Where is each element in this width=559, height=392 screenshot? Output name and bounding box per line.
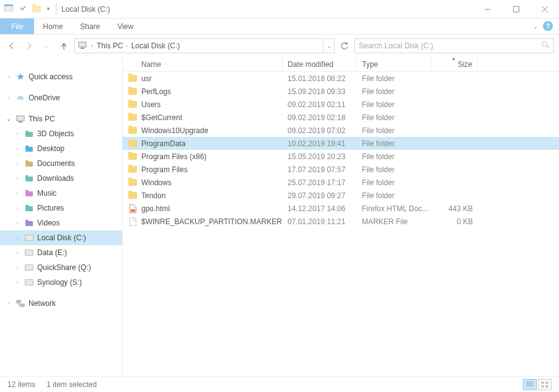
nav-forward-button[interactable] xyxy=(22,39,36,53)
file-size: 443 KB xyxy=(431,204,478,213)
folder-icon xyxy=(128,191,138,201)
tree-item[interactable]: ›Downloads xyxy=(0,171,122,186)
file-row[interactable]: ProgramData10.02.2019 19:41File folder xyxy=(123,137,559,150)
minimize-button[interactable] xyxy=(473,0,502,19)
help-button[interactable]: ? xyxy=(543,21,553,31)
svg-rect-16 xyxy=(25,162,33,167)
svg-rect-12 xyxy=(25,132,33,137)
svg-rect-14 xyxy=(25,147,33,152)
col-header-type[interactable]: Type xyxy=(357,57,431,71)
qat-dropdown-icon[interactable]: ▼ xyxy=(46,6,51,12)
tree-item[interactable]: ›QuickShare (Q:) xyxy=(0,260,122,275)
folder-icon xyxy=(24,235,35,241)
file-date: 09.02.2019 02:11 xyxy=(283,100,357,109)
tree-this-pc[interactable]: ⌄ This PC xyxy=(0,111,122,126)
tree-item[interactable]: ›Pictures xyxy=(0,201,122,216)
svg-point-8 xyxy=(542,41,547,46)
file-date: 25.07.2019 17:17 xyxy=(283,178,357,187)
maximize-button[interactable] xyxy=(502,0,530,19)
folder-icon xyxy=(128,100,138,110)
file-date: 09.02.2019 07:02 xyxy=(283,126,357,135)
file-row[interactable]: Tendon29.07.2019 09:27File folder xyxy=(123,189,559,202)
file-row[interactable]: $GetCurrent09.02.2019 02:18File folder xyxy=(123,111,559,124)
file-row[interactable]: Users09.02.2019 02:11File folder xyxy=(123,98,559,111)
folder-icon xyxy=(24,130,35,137)
folder-icon xyxy=(128,165,138,175)
breadcrumb-this-pc[interactable]: This PC› xyxy=(97,41,128,50)
folder-icon xyxy=(128,113,138,123)
view-details-button[interactable] xyxy=(523,379,537,390)
address-bar[interactable]: › This PC› Local Disk (C:) ⌄ xyxy=(74,38,335,53)
titlebar: ▼ Local Disk (C:) xyxy=(0,0,559,19)
window-title: Local Disk (C:) xyxy=(61,5,110,14)
folder-icon xyxy=(128,74,138,84)
tree-item[interactable]: ›Local Disk (C:) xyxy=(0,230,122,245)
file-name: Windows10Upgrade xyxy=(141,126,208,135)
tree-item[interactable]: ›Documents xyxy=(0,156,122,171)
file-type: File folder xyxy=(357,113,431,122)
cloud-icon xyxy=(15,94,26,102)
qat-properties-icon[interactable] xyxy=(19,4,27,14)
file-row[interactable]: Program Files17.07.2019 07:57File folder xyxy=(123,163,559,176)
tree-quick-access[interactable]: › Quick access xyxy=(0,69,122,84)
file-type: Firefox HTML Doc... xyxy=(357,204,431,213)
file-date: 10.02.2019 19:41 xyxy=(283,139,357,148)
svg-rect-17 xyxy=(25,160,29,162)
svg-rect-26 xyxy=(17,300,20,303)
tree-item-label: Pictures xyxy=(37,204,64,212)
file-date: 14.12.2017 14:06 xyxy=(283,204,357,213)
pc-icon xyxy=(15,115,26,123)
svg-rect-13 xyxy=(25,131,29,133)
tree-item-label: Documents xyxy=(37,159,75,168)
nav-back-button[interactable] xyxy=(5,39,19,53)
file-type: File folder xyxy=(357,74,431,83)
col-header-name[interactable]: Name xyxy=(123,57,283,71)
tree-item[interactable]: ›3D Objects xyxy=(0,126,122,141)
svg-rect-25 xyxy=(25,220,29,222)
tab-file[interactable]: File xyxy=(0,19,34,34)
tree-item[interactable]: ›Data (E:) xyxy=(0,245,122,260)
tree-item-label: Downloads xyxy=(37,174,74,183)
svg-rect-24 xyxy=(25,221,33,226)
tree-network[interactable]: › Network xyxy=(0,296,122,311)
tab-view[interactable]: View xyxy=(108,19,142,34)
tree-item-label: Synology (S:) xyxy=(37,278,82,287)
col-header-date[interactable]: Date modified xyxy=(283,57,357,71)
svg-line-9 xyxy=(547,46,549,48)
search-icon xyxy=(542,41,550,51)
file-row[interactable]: usr15.01.2018 08:22File folder xyxy=(123,72,559,85)
tree-item[interactable]: ›Music xyxy=(0,186,122,201)
file-date: 29.07.2019 09:27 xyxy=(283,191,357,200)
breadcrumb-chevron[interactable]: › xyxy=(91,43,93,49)
tree-item-label: 3D Objects xyxy=(37,129,74,138)
ribbon-expand-icon[interactable]: ⌄ xyxy=(533,23,538,30)
folder-icon xyxy=(24,250,35,256)
search-input[interactable]: Search Local Disk (C:) xyxy=(354,38,554,53)
svg-rect-33 xyxy=(541,385,544,388)
svg-rect-15 xyxy=(25,146,29,147)
tab-home[interactable]: Home xyxy=(34,19,71,34)
breadcrumb-local-disk[interactable]: Local Disk (C:) xyxy=(131,41,180,50)
file-row[interactable]: PerfLogs15.09.2018 09:33File folder xyxy=(123,85,559,98)
address-dropdown-icon[interactable]: ⌄ xyxy=(323,39,334,53)
file-row[interactable]: Windows10Upgrade09.02.2019 07:02File fol… xyxy=(123,124,559,137)
file-type: File folder xyxy=(357,139,431,148)
file-row[interactable]: Windows25.07.2019 17:17File folder xyxy=(123,176,559,189)
svg-rect-27 xyxy=(20,304,24,307)
tree-item[interactable]: ›Videos xyxy=(0,216,122,230)
tree-item[interactable]: ›Desktop xyxy=(0,141,122,156)
close-button[interactable] xyxy=(530,0,559,19)
tree-onedrive[interactable]: › OneDrive xyxy=(0,90,122,105)
file-row[interactable]: gpo.html14.12.2017 14:06Firefox HTML Doc… xyxy=(123,202,559,215)
nav-up-button[interactable] xyxy=(57,39,71,53)
qat-folder-icon[interactable] xyxy=(32,6,41,12)
refresh-button[interactable] xyxy=(338,38,351,53)
tree-item[interactable]: ›Synology (S:) xyxy=(0,275,122,290)
nav-recent-dropdown[interactable]: ⌄ xyxy=(40,39,53,53)
file-date: 15.01.2018 08:22 xyxy=(283,74,357,83)
view-large-icons-button[interactable] xyxy=(538,379,552,390)
file-row[interactable]: Program Files (x86)15.05.2019 20:23File … xyxy=(123,150,559,163)
tab-share[interactable]: Share xyxy=(71,19,108,34)
file-name: ProgramData xyxy=(141,139,185,148)
file-row[interactable]: $WINRE_BACKUP_PARTITION.MARKER07.01.2019… xyxy=(123,215,559,228)
